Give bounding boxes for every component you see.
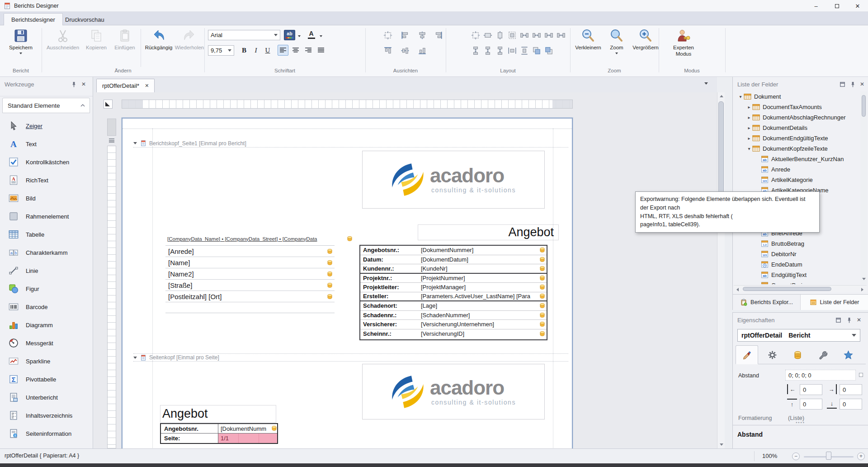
font-color-button[interactable]: A bbox=[306, 30, 317, 40]
address-field-row[interactable]: [Anrede] bbox=[165, 246, 335, 257]
maximize-button[interactable] bbox=[826, 0, 847, 12]
address-block[interactable]: [Anrede] [Name] [Name2] [Straße] [Postle… bbox=[165, 245, 335, 313]
toolbox-item[interactable]: RichText bbox=[2, 171, 91, 189]
field-tree-item[interactable]: Anrede bbox=[734, 164, 859, 175]
scroll-down-icon[interactable] bbox=[718, 442, 724, 448]
field-tree-item[interactable]: EndgültigText bbox=[734, 270, 859, 280]
same-size-button[interactable] bbox=[507, 30, 518, 41]
save-button[interactable]: Speichern bbox=[5, 27, 37, 66]
scrollbar-thumb[interactable] bbox=[862, 95, 866, 117]
align-tops-button[interactable] bbox=[382, 45, 393, 56]
toolbox-item[interactable]: Diagramm bbox=[2, 316, 91, 334]
toolbox-item[interactable]: Pivottabelle bbox=[2, 370, 91, 388]
toolbox-item[interactable]: Unterbericht bbox=[2, 388, 91, 406]
scroll-down-icon[interactable] bbox=[861, 276, 867, 282]
tab-behavior[interactable] bbox=[761, 345, 783, 364]
document-tab-rptofferdetail[interactable]: rptOfferDetail* ✕ bbox=[96, 79, 155, 92]
scroll-up-icon[interactable] bbox=[718, 93, 724, 99]
padding-right-field[interactable]: 0 bbox=[840, 384, 862, 395]
field-tree-item[interactable]: BruttoBetrag bbox=[734, 238, 859, 249]
resize-grip[interactable]: •••• bbox=[733, 420, 868, 425]
table-row[interactable]: Seite: 1/1 bbox=[161, 434, 277, 443]
h-spacing-equal-button[interactable] bbox=[519, 30, 530, 41]
band-report-header[interactable]: Berichtskopf_Seite1 [Einmal pro Bericht] bbox=[133, 139, 568, 148]
zoom-out-button[interactable]: − bbox=[792, 453, 800, 460]
tree-expander-icon[interactable]: ▸ bbox=[746, 115, 752, 120]
tree-expander-icon[interactable]: ▾ bbox=[746, 146, 752, 151]
toolbox-item[interactable]: Text bbox=[2, 135, 91, 153]
font-size-combo[interactable]: 9,75 bbox=[208, 45, 234, 56]
tree-expander-icon[interactable]: ▸ bbox=[746, 105, 752, 110]
abstand-value-field[interactable]: 0; 0; 0; 0 bbox=[785, 370, 856, 381]
close-icon[interactable]: ✕ bbox=[857, 317, 863, 324]
field-tree-item[interactable]: EndeDatum bbox=[734, 259, 859, 270]
design-canvas[interactable]: Berichtskopf_Seite1 [Einmal pro Bericht]… bbox=[94, 92, 717, 448]
info-table-row[interactable]: Scheinnr.: [VersicherungID] bbox=[360, 329, 547, 339]
info-table-row[interactable]: Projektleiter: [ProjektManager] bbox=[360, 283, 547, 292]
toolbox-item[interactable]: Charakterkamm bbox=[2, 243, 91, 262]
toolbox-splitter[interactable] bbox=[0, 93, 93, 96]
highlight-color-button[interactable]: ab bbox=[284, 30, 295, 40]
center-vertically-button[interactable] bbox=[519, 45, 530, 56]
zoom-slider-thumb[interactable] bbox=[826, 452, 831, 460]
offer-info-table[interactable]: Angebotsnr.: [DokumentNummer] Datum: [Do… bbox=[359, 245, 547, 340]
align-text-left-button[interactable] bbox=[278, 45, 288, 56]
scrollbar-thumb[interactable] bbox=[743, 287, 831, 291]
toolbox-item[interactable]: Figur bbox=[2, 280, 91, 298]
expand-icon[interactable] bbox=[859, 373, 863, 377]
align-text-justify-button[interactable] bbox=[316, 45, 326, 56]
address-field-row[interactable]: [Name2] bbox=[165, 268, 335, 280]
padding-bottom-field[interactable]: 0 bbox=[840, 399, 862, 410]
v-spacing-decrease-button[interactable] bbox=[495, 45, 505, 56]
field-tree-item[interactable]: ▸ DokumentAbschlagRechnunger bbox=[734, 112, 859, 123]
expert-mode-button[interactable]: Experten Modus bbox=[665, 27, 702, 66]
tab-liste-der-felder[interactable]: Liste der Felder bbox=[801, 295, 868, 310]
align-centers-button[interactable] bbox=[417, 30, 428, 41]
undo-button[interactable]: Rückgängig bbox=[143, 27, 175, 66]
canvas-vertical-scrollbar[interactable] bbox=[717, 92, 725, 448]
tree-expander-icon[interactable]: ▸ bbox=[746, 125, 752, 130]
offer-title-label-2[interactable]: Angebot bbox=[160, 405, 276, 423]
field-tree-item[interactable]: GesamtPreis bbox=[734, 280, 859, 284]
center-horizontally-button[interactable] bbox=[507, 45, 518, 56]
align-text-right-button[interactable] bbox=[303, 45, 314, 56]
collapse-triangle-icon[interactable] bbox=[133, 357, 137, 359]
info-table-row[interactable]: Schadenort: [Lage] bbox=[360, 301, 547, 311]
close-icon[interactable]: ✕ bbox=[81, 81, 88, 88]
cut-button[interactable]: Ausschneiden bbox=[44, 27, 81, 66]
scroll-right-icon[interactable] bbox=[859, 286, 865, 292]
company-logo-1[interactable]: acadoro consulting & it-solutions bbox=[362, 151, 545, 209]
scroll-left-icon[interactable] bbox=[735, 286, 741, 292]
pin-icon[interactable] bbox=[849, 81, 856, 88]
toolbox-item[interactable]: Rahmenelement bbox=[2, 207, 91, 225]
h-spacing-remove-button[interactable] bbox=[556, 30, 566, 41]
tab-berichts-explorer[interactable]: Berichts Explor... bbox=[733, 295, 801, 310]
address-field-row[interactable]: [Name] bbox=[165, 257, 335, 268]
tree-vertical-scrollbar[interactable] bbox=[860, 91, 867, 284]
window-position-icon[interactable] bbox=[835, 317, 842, 324]
field-tree-item[interactable]: AktuellerBenutzer_KurzNan bbox=[734, 154, 859, 164]
same-height-button[interactable] bbox=[495, 30, 505, 41]
padding-top-field[interactable]: 0 bbox=[800, 399, 822, 410]
toolbox-item[interactable]: Barcode bbox=[2, 298, 91, 316]
align-to-grid-button[interactable] bbox=[382, 30, 393, 41]
company-data-line[interactable]: [CompanyData_Name] • [CompanyData_Street… bbox=[167, 236, 353, 242]
tab-favorites[interactable] bbox=[837, 345, 859, 364]
info-table-row[interactable]: Datum: [DokumentDatum] bbox=[360, 255, 547, 265]
field-tree-item[interactable]: ▸ DokumentDetails bbox=[734, 123, 859, 133]
company-logo-2[interactable]: acadoro consulting & it-solutions bbox=[362, 364, 545, 419]
page-info-table[interactable]: Angebotsnr. [DokumentNumm Seite: 1/1 bbox=[160, 423, 278, 444]
info-table-row[interactable]: Projektnr.: [ProjektNummer] bbox=[360, 274, 547, 283]
toolbox-item[interactable]: Messgerät bbox=[2, 334, 91, 352]
report-page[interactable]: Berichtskopf_Seite1 [Einmal pro Bericht]… bbox=[122, 118, 573, 448]
info-table-row[interactable]: Kundennr.: [KundeNr] bbox=[360, 264, 547, 274]
bring-to-front-button[interactable] bbox=[531, 45, 542, 56]
tree-expander-icon[interactable]: ▾ bbox=[737, 94, 744, 99]
h-spacing-increase-button[interactable] bbox=[531, 30, 542, 41]
v-spacing-equal-button[interactable] bbox=[470, 45, 481, 56]
window-position-icon[interactable] bbox=[839, 81, 846, 88]
align-text-center-button[interactable] bbox=[290, 45, 301, 56]
font-color-dropdown[interactable] bbox=[318, 30, 324, 41]
tree-expander-icon[interactable]: ▸ bbox=[746, 136, 752, 141]
offer-title-label[interactable]: Angebot bbox=[418, 224, 559, 240]
